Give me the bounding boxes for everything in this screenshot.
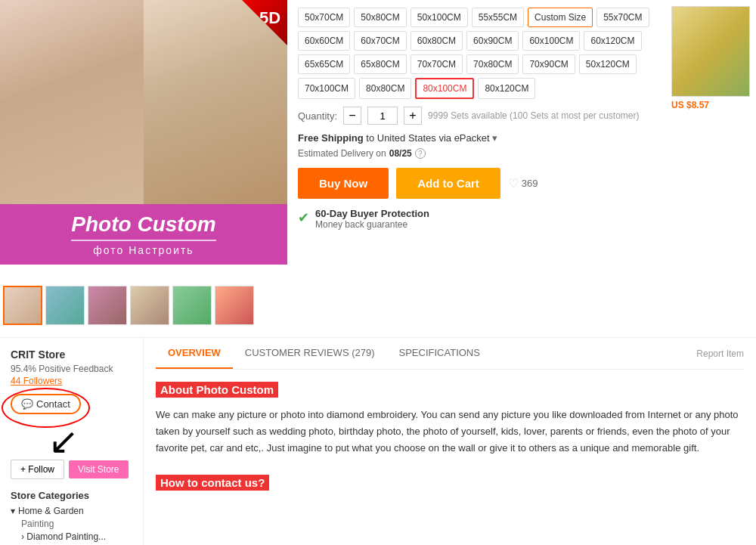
related-product-image [671, 6, 750, 97]
thumbnail-2[interactable] [45, 286, 85, 325]
size-btn-50x100cm[interactable]: 50x100CM [411, 8, 468, 27]
size-btn-70x80cm[interactable]: 70x80CM [466, 54, 519, 74]
delivery-info-icon[interactable]: ? [415, 148, 426, 159]
buy-now-button[interactable]: Buy Now [298, 168, 389, 199]
product-details: 50x70CM 50x80CM 50x100CM 55x55CM Custom … [287, 0, 665, 331]
size-btn-55x70cm[interactable]: 55x70CM [596, 8, 649, 27]
section-heading-2: How to contact us? [156, 475, 269, 491]
category-diamond-label: Diamond Painting... [26, 531, 106, 542]
size-btn-65x80cm[interactable]: 65x80CM [354, 54, 406, 74]
size-btn-70x90cm[interactable]: 70x90CM [522, 54, 575, 74]
qty-decrease-button[interactable]: − [343, 107, 361, 125]
size-grid: 50x70CM 50x80CM 50x100CM 55x55CM Custom … [298, 8, 655, 99]
thumbnail-1[interactable] [3, 286, 42, 325]
thumbnail-3[interactable] [88, 286, 127, 325]
size-btn-70x100cm[interactable]: 70x100CM [298, 78, 355, 99]
size-btn-60x100cm[interactable]: 60x100CM [522, 31, 580, 51]
section-body-1: We can make any picture or photo into di… [156, 407, 744, 457]
shipping-via: to United States via ePacket [366, 132, 489, 144]
banner-title-ru: фото Настроить [93, 244, 194, 256]
report-item-link[interactable]: Report Item [696, 339, 744, 368]
size-btn-80x80cm[interactable]: 80x80CM [359, 78, 411, 99]
protection-text: 60-Day Buyer Protection Money back guara… [315, 208, 429, 230]
qty-availability-info: 9999 Sets available (100 Sets at most pe… [428, 110, 639, 121]
size-btn-50x120cm[interactable]: 50x120CM [579, 54, 637, 74]
heart-icon: ♡ [508, 176, 519, 190]
size-btn-custom[interactable]: Custom Size [528, 8, 593, 27]
wishlist-button[interactable]: ♡ 369 [508, 176, 538, 190]
store-name: CRIT Store [11, 348, 132, 361]
contact-label: Contact [36, 398, 70, 410]
thumbnail-6[interactable] [215, 286, 254, 325]
size-btn-60x120cm[interactable]: 60x120CM [584, 31, 641, 51]
store-sidebar: CRIT Store 95.4% Positive Feedback 44 Fo… [0, 338, 144, 545]
shipping-row: Free Shipping to United States via ePack… [298, 132, 655, 144]
size-btn-60x90cm[interactable]: 60x90CM [466, 31, 519, 51]
arrow-indicator: ↙ [48, 423, 132, 460]
top-section: 5D Photo Custom фото Настроить 50x70CM [0, 0, 756, 331]
tab-specifications[interactable]: SPECIFICATIONS [387, 338, 492, 369]
size-btn-70x70cm[interactable]: 70x70CM [411, 54, 463, 74]
size-btn-80x100cm[interactable]: 80x100CM [415, 78, 474, 99]
followers-label: Followers [23, 376, 62, 386]
photo-custom-banner: Photo Custom фото Настроить [0, 204, 287, 265]
visit-store-button[interactable]: Visit Store [69, 460, 128, 478]
add-to-cart-button[interactable]: Add to Cart [396, 168, 500, 199]
buyer-protection: ✔ 60-Day Buyer Protection Money back gua… [298, 208, 655, 230]
size-btn-60x60cm[interactable]: 60x60CM [298, 31, 350, 51]
category-home-garden[interactable]: ▾ Home & Garden [11, 506, 132, 516]
delivery-label: Estimated Delivery on [298, 148, 386, 159]
delivery-row: Estimated Delivery on 08/25 ? [298, 148, 655, 159]
main-image-area: 5D Photo Custom фото Настроить [0, 0, 287, 280]
qty-increase-button[interactable]: + [404, 107, 422, 125]
contact-button[interactable]: 💬 Contact [11, 394, 81, 414]
content-area: OVERVIEW CUSTOMER REVIEWS (279) SPECIFIC… [144, 338, 756, 545]
category-painting-label: Painting [21, 519, 54, 529]
chevron-down-icon: ▾ [11, 506, 15, 516]
chevron-right-icon: › [21, 531, 24, 542]
thumbnail-5[interactable] [172, 286, 212, 325]
related-product[interactable]: US $8.57 [665, 0, 756, 331]
size-btn-60x70cm[interactable]: 60x70CM [354, 31, 406, 51]
page-wrapper: 5D Photo Custom фото Настроить 50x70CM [0, 0, 756, 545]
tabs-bar: OVERVIEW CUSTOMER REVIEWS (279) SPECIFIC… [156, 338, 744, 370]
size-btn-65x65cm[interactable]: 65x65CM [298, 54, 350, 74]
category-home-label: Home & Garden [18, 506, 84, 516]
bottom-section: CRIT Store 95.4% Positive Feedback 44 Fo… [0, 337, 756, 545]
tab-overview[interactable]: OVERVIEW [156, 338, 233, 369]
product-main-image-left[interactable] [0, 0, 144, 204]
store-feedback: 95.4% Positive Feedback [11, 364, 132, 374]
protection-subtitle: Money back guarantee [315, 219, 429, 230]
wishlist-count: 369 [522, 178, 538, 189]
store-followers-link[interactable]: 44 Followers [11, 376, 132, 386]
size-btn-50x80cm[interactable]: 50x80CM [354, 8, 406, 27]
tab-reviews[interactable]: CUSTOMER REVIEWS (279) [233, 338, 387, 369]
product-images: 5D Photo Custom фото Настроить [0, 0, 287, 331]
quantity-label: Quantity: [298, 110, 337, 122]
store-categories-title: Store Categories [11, 490, 132, 501]
product-main-image-right[interactable] [144, 0, 287, 204]
chat-icon: 💬 [21, 398, 33, 410]
section-heading-1: About Photo Custom [156, 382, 278, 398]
action-row: Buy Now Add to Cart ♡ 369 [298, 168, 655, 199]
shipping-dropdown-icon[interactable]: ▾ [492, 132, 497, 144]
banner-title-en: Photo Custom [71, 212, 215, 241]
thumbnail-4[interactable] [130, 286, 169, 325]
followers-count: 44 [11, 376, 20, 386]
quantity-input[interactable] [367, 107, 398, 125]
main-image-top: 5D [0, 0, 287, 204]
protection-title: 60-Day Buyer Protection [315, 208, 429, 219]
category-diamond-painting[interactable]: › Diamond Painting... [11, 531, 132, 542]
category-painting[interactable]: Painting [11, 519, 132, 529]
shield-icon: ✔ [298, 209, 309, 226]
store-action-row: + Follow Visit Store [11, 460, 132, 479]
size-btn-60x80cm[interactable]: 60x80CM [411, 31, 463, 51]
related-product-price: US $8.57 [671, 100, 750, 110]
quantity-row: Quantity: − + 9999 Sets available (100 S… [298, 107, 655, 125]
size-btn-80x120cm[interactable]: 80x120CM [478, 78, 535, 99]
follow-button[interactable]: + Follow [11, 460, 64, 479]
size-btn-55x55cm[interactable]: 55x55CM [472, 8, 524, 27]
delivery-date: 08/25 [389, 148, 412, 159]
shipping-label: Free Shipping [298, 132, 364, 144]
size-btn-50x70cm[interactable]: 50x70CM [298, 8, 350, 27]
